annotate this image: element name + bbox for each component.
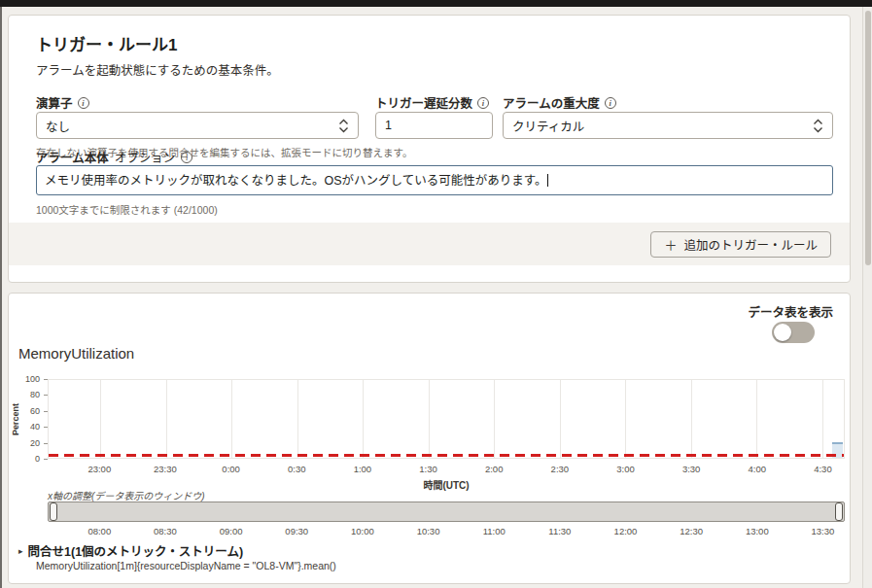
chart-gridline	[363, 380, 364, 458]
toggle-knob	[774, 324, 791, 341]
slider-tick-label: 13:00	[746, 526, 769, 536]
threshold-dashed-line	[49, 454, 844, 457]
y-axis-ticks: 100806040200	[17, 379, 48, 459]
chart-gridline	[560, 380, 561, 458]
window-top-bar	[0, 0, 872, 7]
x-tick-label: 2:00	[485, 464, 504, 474]
left-edge-divider	[0, 7, 2, 588]
slider-tick-label: 12:30	[680, 526, 703, 536]
plus-icon: ＋	[664, 235, 677, 254]
alarm-body-label: アラーム本体	[36, 148, 109, 166]
chart-gridline	[100, 380, 101, 458]
alarm-body-label-row: アラーム本体 オプション i	[36, 148, 192, 166]
slider-handle-right[interactable]	[835, 502, 843, 521]
operator-select[interactable]: なし	[36, 112, 359, 139]
y-tick-label: 20	[30, 438, 40, 448]
slider-tick-label: 11:00	[483, 526, 506, 536]
chart-gridline	[166, 380, 167, 458]
operator-label-text: 演算子	[36, 93, 73, 112]
show-data-table-label: データ表を表示	[748, 302, 833, 321]
query-expression: MemoryUtilization[1m]{resourceDisplayNam…	[36, 560, 336, 571]
severity-label-text: アラームの重大度	[503, 93, 600, 112]
x-tick-label: 2:30	[551, 464, 570, 474]
trigger-delay-label: トリガー遅延分数 i	[375, 93, 489, 112]
slider-ticks: 08:0008:3009:0009:3010:0010:3011:0011:30…	[9, 526, 852, 537]
select-updown-chevron-icon	[813, 119, 823, 133]
vertical-scrollbar[interactable]	[862, 7, 872, 588]
x-axis-range-slider[interactable]	[48, 502, 845, 522]
select-updown-chevron-icon	[338, 119, 349, 133]
slider-tick-label: 12:00	[614, 526, 638, 536]
slider-tick-label: 10:00	[351, 526, 374, 536]
info-icon[interactable]: i	[477, 97, 489, 109]
scrollbar-thumb[interactable]	[865, 11, 871, 265]
y-tick-mark	[44, 459, 48, 460]
operator-select-value: なし	[46, 117, 70, 135]
chart-title: MemoryUtilization	[18, 345, 134, 362]
collapsed-caret-icon: ▸	[18, 546, 23, 556]
x-tick-label: 4:30	[814, 464, 832, 474]
query-expander[interactable]: ▸ 問合せ1(1個のメトリック・ストリーム)	[18, 541, 243, 560]
trigger-delay-label-text: トリガー遅延分数	[375, 93, 472, 112]
trigger-rule-card: トリガー・ルール1 アラームを起動状態にするための基本条件。 演算子 i トリガ…	[8, 15, 851, 283]
slider-tick-label: 13:30	[812, 526, 835, 536]
show-data-table-toggle[interactable]	[772, 322, 815, 343]
alarm-body-char-limit-text: 1000文字までに制限されます (42/1000)	[36, 202, 218, 217]
info-icon[interactable]: i	[181, 152, 192, 163]
x-tick-label: 0:00	[222, 464, 240, 474]
x-tick-label: 1:00	[354, 464, 372, 474]
query-heading-label: 問合せ1(1個のメトリック・ストリーム)	[28, 541, 244, 560]
severity-label: アラームの重大度 i	[503, 93, 616, 112]
trigger-rule-title: トリガー・ルール1	[36, 31, 177, 55]
slider-tick-label: 08:30	[154, 526, 177, 536]
x-tick-label: 3:00	[616, 464, 635, 474]
info-icon[interactable]: i	[605, 97, 616, 109]
trigger-rule-card-footer: ＋ 追加のトリガー・ルール	[9, 223, 850, 265]
chart-gridline	[756, 380, 757, 458]
slider-tick-label: 09:00	[220, 526, 243, 536]
alarm-body-text: メモリ使用率のメトリックが取れなくなりました。OSがハングしている可能性がありま…	[45, 174, 546, 188]
slider-tick-label: 08:00	[87, 526, 111, 536]
x-tick-label: 23:00	[87, 464, 111, 474]
y-tick-label: 60	[30, 406, 40, 416]
x-tick-label: 3:30	[682, 464, 701, 474]
slider-handle-left[interactable]	[50, 502, 57, 521]
x-tick-label: 0:30	[288, 464, 306, 474]
severity-select-value: クリティカル	[512, 117, 584, 135]
text-cursor	[547, 174, 548, 187]
y-tick-label: 0	[35, 454, 40, 464]
x-tick-label: 4:00	[749, 464, 767, 474]
chart-gridline	[691, 380, 692, 458]
chart-gridline	[625, 380, 626, 458]
slider-tick-label: 10:30	[417, 526, 440, 536]
x-axis-slider-caption: x軸の調整(データ表示のウィンドウ)	[48, 488, 205, 502]
chart-gridline	[231, 380, 232, 458]
x-axis-ticks: 23:0023:300:000:301:001:302:002:303:003:…	[9, 464, 852, 475]
operator-label: 演算子 i	[36, 93, 89, 112]
alarm-body-textarea[interactable]: メモリ使用率のメトリックが取れなくなりました。OSがハングしている可能性がありま…	[36, 165, 833, 195]
chart-gridline	[429, 380, 430, 458]
y-tick-label: 80	[30, 390, 40, 399]
metric-chart-card: データ表を表示 MemoryUtilization Percent 100806…	[8, 293, 851, 584]
chart-gridline	[494, 380, 495, 458]
slider-tick-label: 09:30	[285, 526, 308, 536]
chart-gridline	[297, 380, 298, 458]
x-tick-label: 23:30	[154, 464, 177, 474]
trigger-rule-description: アラームを起動状態にするための基本条件。	[36, 60, 279, 79]
slider-tick-label: 11:30	[548, 526, 571, 536]
severity-select[interactable]: クリティカル	[503, 112, 833, 139]
y-tick-label: 100	[25, 374, 40, 384]
trigger-delay-input[interactable]	[375, 112, 493, 139]
info-icon[interactable]: i	[78, 97, 89, 109]
add-trigger-rule-button-label: 追加のトリガー・ルール	[683, 235, 818, 254]
metric-chart-plot	[48, 379, 845, 459]
add-trigger-rule-button[interactable]: ＋ 追加のトリガー・ルール	[650, 231, 831, 258]
x-tick-label: 1:30	[419, 464, 437, 474]
y-tick-label: 40	[30, 422, 40, 432]
alarm-body-optional-tag: オプション	[115, 148, 176, 166]
chart-gridline	[822, 380, 823, 458]
